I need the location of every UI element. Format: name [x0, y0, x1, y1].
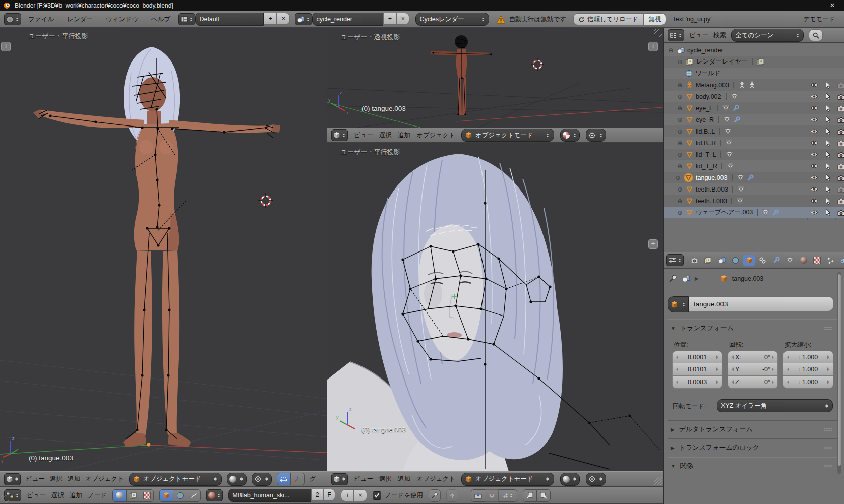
tab-material[interactable]	[798, 255, 809, 266]
transform-panel-header[interactable]: ▼ トランスフォーム	[671, 324, 734, 333]
selectability-cursor-icon[interactable]	[825, 151, 831, 158]
corner-resize-grip[interactable]	[654, 29, 662, 37]
visibility-eye-icon[interactable]	[810, 105, 818, 111]
outliner-row-renderlayers[interactable]: ⊕ レンダーレイヤー	[664, 56, 844, 68]
selectability-cursor-icon[interactable]	[825, 93, 831, 100]
tab-particles[interactable]	[825, 255, 836, 266]
renderability-camera-icon[interactable]	[837, 186, 844, 193]
selectability-cursor-icon[interactable]	[825, 174, 831, 181]
menu-object[interactable]: オブジェクト	[416, 131, 455, 140]
expand-icon[interactable]: ⊕	[677, 163, 683, 170]
outliner-row-lid-t-r[interactable]: ⊕ lid_T_R	[664, 160, 844, 172]
outliner-row-world[interactable]: ワールド	[664, 68, 844, 79]
menu-object[interactable]: オブジェクト	[85, 475, 124, 483]
outliner-menu-view[interactable]: ビュー	[689, 31, 708, 40]
minimize-button[interactable]: —	[774, 0, 798, 11]
renderability-camera-icon[interactable]	[837, 163, 844, 169]
viewport-shading-dropdown[interactable]	[560, 129, 580, 142]
menu-add[interactable]: 追加	[70, 491, 82, 500]
scene-delete-button[interactable]: ×	[396, 13, 409, 25]
outliner-row-eye-l[interactable]: ⊕ eye_L	[664, 102, 844, 114]
outliner-row-scene[interactable]: ⊖ cycle_render	[664, 44, 844, 56]
visibility-eye-icon[interactable]	[810, 117, 818, 122]
mode-dropdown[interactable]: オブジェクトモード	[461, 129, 554, 142]
renderability-camera-icon[interactable]	[837, 117, 844, 123]
menu-add[interactable]: 追加	[398, 475, 410, 483]
tab-physics[interactable]	[838, 255, 844, 266]
tab-modifiers[interactable]	[770, 255, 782, 266]
mode-dropdown[interactable]: オブジェクトモード	[461, 473, 554, 486]
object-name-input[interactable]: tangue.003	[689, 296, 834, 311]
breadcrumb-object-name[interactable]: tangue.003	[732, 275, 764, 282]
visibility-eye-icon[interactable]	[810, 152, 818, 157]
viewport-bottom[interactable]: z y ユーザー・平行投影 (0) tangue.003	[327, 143, 663, 471]
material-users-button[interactable]: 2	[311, 489, 323, 501]
material-name-field[interactable]: MBlab_human_ski...	[228, 489, 311, 502]
tab-world[interactable]	[730, 255, 741, 266]
expand-icon[interactable]: ⊕	[677, 186, 683, 193]
location-x-field[interactable]: 0.0001	[672, 351, 722, 363]
object-id-icon-button[interactable]	[668, 296, 689, 312]
renderability-camera-icon[interactable]	[837, 82, 844, 88]
menu-select[interactable]: 選択	[379, 131, 392, 140]
outliner-row-lid-b-r[interactable]: ⊕ lid.B..R	[664, 137, 844, 149]
pin-icon[interactable]	[669, 274, 677, 283]
corner-resize-grip[interactable]	[1, 495, 9, 503]
region-expand-button[interactable]	[648, 239, 658, 249]
editor-type-3dview-button[interactable]	[331, 129, 348, 141]
visibility-eye-icon[interactable]	[810, 175, 818, 180]
outliner-row-eye-r[interactable]: ⊕ eye_R	[664, 114, 844, 125]
menu-select[interactable]: 選択	[379, 475, 392, 483]
outliner-menu-search[interactable]: 検索	[713, 31, 726, 40]
delta-transform-panel-header[interactable]: ▶ デルタトランスフォーム	[671, 425, 753, 434]
visibility-eye-icon[interactable]	[810, 82, 818, 88]
material-unlink-button[interactable]: ×	[354, 489, 367, 501]
expand-icon[interactable]: ⊕	[677, 105, 683, 112]
node-tree-material-toggle[interactable]	[112, 489, 127, 502]
viewport-shading-dropdown[interactable]	[560, 473, 580, 486]
pivot-point-dropdown[interactable]	[586, 473, 606, 486]
editor-type-3dview-button[interactable]	[4, 473, 21, 485]
viewport-top[interactable]: z y x ユーザー・透視投影 (0) tangue.003	[327, 28, 663, 128]
scale-y-field[interactable]: : 1.000	[783, 363, 833, 376]
material-add-button[interactable]: +	[341, 489, 354, 501]
tab-texture[interactable]	[811, 255, 823, 266]
expand-icon[interactable]: ⊕	[677, 93, 683, 100]
relations-panel-header[interactable]: ▼ 関係	[671, 461, 693, 470]
renderability-camera-icon[interactable]	[837, 94, 844, 100]
outliner-row-tangue-active[interactable]: ⊕ tangue.003	[664, 172, 844, 183]
corner-resize-grip[interactable]	[654, 477, 662, 485]
region-expand-button[interactable]	[648, 42, 658, 51]
render-engine-dropdown[interactable]: Cyclesレンダー	[415, 13, 489, 26]
editor-type-properties-button[interactable]	[666, 254, 684, 266]
layout-add-button[interactable]: +	[264, 13, 277, 25]
outliner-row-teeth-b[interactable]: ⊕ teeth.B.003	[664, 183, 844, 195]
editor-type-3dview-button[interactable]	[331, 473, 348, 485]
viewport-shading-dropdown[interactable]	[227, 473, 247, 486]
panel-drag-grip[interactable]	[824, 327, 832, 330]
screen-layout-icon-button[interactable]	[178, 13, 195, 25]
panel-drag-grip[interactable]	[824, 428, 832, 431]
pin-button[interactable]	[429, 489, 441, 502]
rotation-z-field[interactable]: Z:0°	[728, 376, 778, 389]
visibility-eye-icon[interactable]	[810, 163, 818, 169]
shader-world-toggle[interactable]	[173, 489, 187, 502]
expand-icon[interactable]: ⊕	[677, 151, 683, 158]
panel-drag-grip[interactable]	[824, 446, 832, 450]
use-nodes-checkbox[interactable]	[373, 491, 381, 500]
orientation-dropdown-truncated[interactable]: グ	[310, 475, 316, 483]
properties-scrollbar[interactable]	[837, 272, 841, 474]
scene-selector-icon-button[interactable]	[295, 13, 312, 25]
renderability-camera-icon[interactable]	[837, 152, 844, 158]
expand-icon[interactable]: ⊕	[677, 198, 683, 205]
rotation-x-field[interactable]: X:0°	[728, 351, 778, 363]
expand-icon[interactable]: ⊕	[677, 128, 683, 135]
scale-z-field[interactable]: : 1.000	[783, 376, 833, 389]
visibility-eye-icon[interactable]	[810, 94, 818, 99]
tab-object-data[interactable]	[784, 255, 796, 266]
maximize-button[interactable]	[798, 0, 821, 11]
outliner-row-metarig[interactable]: ⊕ Metarig.003	[664, 79, 844, 91]
node-tree-world-toggle[interactable]	[127, 489, 140, 502]
transform-lock-panel-header[interactable]: ▶ トランスフォームのロック	[671, 443, 759, 452]
outliner-row-lid-t-l[interactable]: ⊕ lid_T_L	[664, 149, 844, 160]
